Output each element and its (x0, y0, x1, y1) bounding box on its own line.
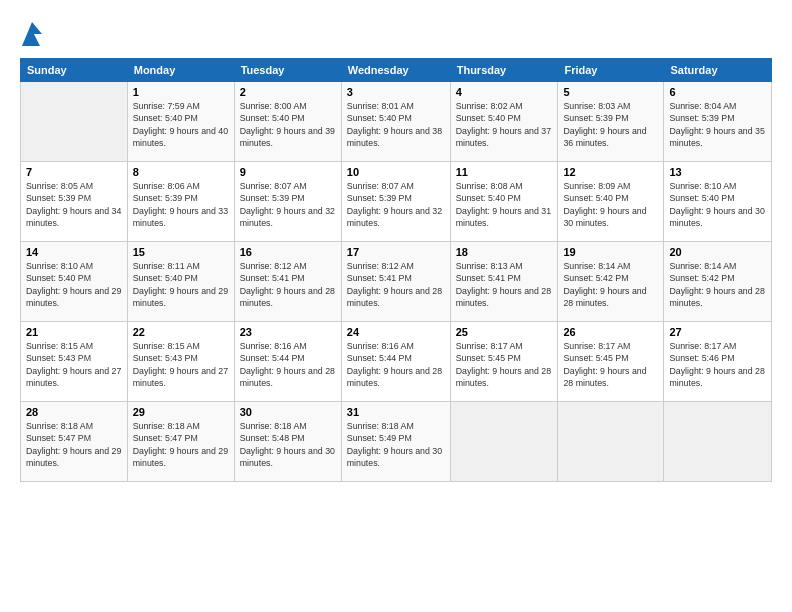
day-number: 27 (669, 326, 766, 338)
day-info: Sunrise: 8:18 AMSunset: 5:49 PMDaylight:… (347, 420, 445, 469)
day-number: 9 (240, 166, 336, 178)
day-cell: 6Sunrise: 8:04 AMSunset: 5:39 PMDaylight… (664, 82, 772, 162)
day-info: Sunrise: 8:17 AMSunset: 5:45 PMDaylight:… (456, 340, 553, 389)
day-number: 10 (347, 166, 445, 178)
day-info: Sunrise: 8:04 AMSunset: 5:39 PMDaylight:… (669, 100, 766, 149)
day-info: Sunrise: 8:17 AMSunset: 5:45 PMDaylight:… (563, 340, 658, 389)
day-cell: 24Sunrise: 8:16 AMSunset: 5:44 PMDayligh… (341, 322, 450, 402)
day-cell: 14Sunrise: 8:10 AMSunset: 5:40 PMDayligh… (21, 242, 128, 322)
logo (20, 18, 48, 48)
day-info: Sunrise: 8:14 AMSunset: 5:42 PMDaylight:… (563, 260, 658, 309)
day-info: Sunrise: 8:06 AMSunset: 5:39 PMDaylight:… (133, 180, 229, 229)
day-number: 12 (563, 166, 658, 178)
day-number: 5 (563, 86, 658, 98)
day-info: Sunrise: 8:10 AMSunset: 5:40 PMDaylight:… (669, 180, 766, 229)
day-cell: 15Sunrise: 8:11 AMSunset: 5:40 PMDayligh… (127, 242, 234, 322)
day-number: 23 (240, 326, 336, 338)
day-number: 31 (347, 406, 445, 418)
day-cell: 21Sunrise: 8:15 AMSunset: 5:43 PMDayligh… (21, 322, 128, 402)
day-cell: 3Sunrise: 8:01 AMSunset: 5:40 PMDaylight… (341, 82, 450, 162)
day-number: 24 (347, 326, 445, 338)
day-info: Sunrise: 8:11 AMSunset: 5:40 PMDaylight:… (133, 260, 229, 309)
day-cell: 27Sunrise: 8:17 AMSunset: 5:46 PMDayligh… (664, 322, 772, 402)
day-cell: 8Sunrise: 8:06 AMSunset: 5:39 PMDaylight… (127, 162, 234, 242)
day-cell: 9Sunrise: 8:07 AMSunset: 5:39 PMDaylight… (234, 162, 341, 242)
calendar: SundayMondayTuesdayWednesdayThursdayFrid… (20, 58, 772, 482)
day-number: 15 (133, 246, 229, 258)
day-info: Sunrise: 8:16 AMSunset: 5:44 PMDaylight:… (347, 340, 445, 389)
day-number: 28 (26, 406, 122, 418)
day-number: 11 (456, 166, 553, 178)
day-cell: 2Sunrise: 8:00 AMSunset: 5:40 PMDaylight… (234, 82, 341, 162)
col-header-friday: Friday (558, 59, 664, 82)
day-info: Sunrise: 8:00 AMSunset: 5:40 PMDaylight:… (240, 100, 336, 149)
day-info: Sunrise: 8:14 AMSunset: 5:42 PMDaylight:… (669, 260, 766, 309)
day-cell (450, 402, 558, 482)
day-info: Sunrise: 8:07 AMSunset: 5:39 PMDaylight:… (240, 180, 336, 229)
day-cell: 13Sunrise: 8:10 AMSunset: 5:40 PMDayligh… (664, 162, 772, 242)
day-info: Sunrise: 8:05 AMSunset: 5:39 PMDaylight:… (26, 180, 122, 229)
day-info: Sunrise: 8:15 AMSunset: 5:43 PMDaylight:… (26, 340, 122, 389)
day-number: 13 (669, 166, 766, 178)
day-number: 18 (456, 246, 553, 258)
day-info: Sunrise: 8:12 AMSunset: 5:41 PMDaylight:… (347, 260, 445, 309)
day-cell: 29Sunrise: 8:18 AMSunset: 5:47 PMDayligh… (127, 402, 234, 482)
day-number: 1 (133, 86, 229, 98)
col-header-monday: Monday (127, 59, 234, 82)
day-info: Sunrise: 8:10 AMSunset: 5:40 PMDaylight:… (26, 260, 122, 309)
day-cell: 31Sunrise: 8:18 AMSunset: 5:49 PMDayligh… (341, 402, 450, 482)
day-cell: 23Sunrise: 8:16 AMSunset: 5:44 PMDayligh… (234, 322, 341, 402)
day-info: Sunrise: 8:18 AMSunset: 5:48 PMDaylight:… (240, 420, 336, 469)
day-info: Sunrise: 8:15 AMSunset: 5:43 PMDaylight:… (133, 340, 229, 389)
day-number: 29 (133, 406, 229, 418)
svg-marker-0 (22, 22, 42, 46)
day-number: 17 (347, 246, 445, 258)
week-row-0: 1Sunrise: 7:59 AMSunset: 5:40 PMDaylight… (21, 82, 772, 162)
day-number: 21 (26, 326, 122, 338)
col-header-wednesday: Wednesday (341, 59, 450, 82)
day-cell (21, 82, 128, 162)
day-cell: 26Sunrise: 8:17 AMSunset: 5:45 PMDayligh… (558, 322, 664, 402)
day-number: 2 (240, 86, 336, 98)
day-info: Sunrise: 8:03 AMSunset: 5:39 PMDaylight:… (563, 100, 658, 149)
day-cell: 22Sunrise: 8:15 AMSunset: 5:43 PMDayligh… (127, 322, 234, 402)
day-cell: 5Sunrise: 8:03 AMSunset: 5:39 PMDaylight… (558, 82, 664, 162)
day-info: Sunrise: 8:08 AMSunset: 5:40 PMDaylight:… (456, 180, 553, 229)
day-cell: 30Sunrise: 8:18 AMSunset: 5:48 PMDayligh… (234, 402, 341, 482)
col-header-thursday: Thursday (450, 59, 558, 82)
header (20, 18, 772, 48)
day-info: Sunrise: 7:59 AMSunset: 5:40 PMDaylight:… (133, 100, 229, 149)
day-info: Sunrise: 8:09 AMSunset: 5:40 PMDaylight:… (563, 180, 658, 229)
day-cell: 17Sunrise: 8:12 AMSunset: 5:41 PMDayligh… (341, 242, 450, 322)
page: SundayMondayTuesdayWednesdayThursdayFrid… (0, 0, 792, 612)
day-info: Sunrise: 8:13 AMSunset: 5:41 PMDaylight:… (456, 260, 553, 309)
day-cell: 11Sunrise: 8:08 AMSunset: 5:40 PMDayligh… (450, 162, 558, 242)
day-number: 3 (347, 86, 445, 98)
day-number: 16 (240, 246, 336, 258)
day-number: 22 (133, 326, 229, 338)
day-info: Sunrise: 8:18 AMSunset: 5:47 PMDaylight:… (133, 420, 229, 469)
week-row-3: 21Sunrise: 8:15 AMSunset: 5:43 PMDayligh… (21, 322, 772, 402)
col-header-tuesday: Tuesday (234, 59, 341, 82)
header-row: SundayMondayTuesdayWednesdayThursdayFrid… (21, 59, 772, 82)
day-cell: 25Sunrise: 8:17 AMSunset: 5:45 PMDayligh… (450, 322, 558, 402)
day-info: Sunrise: 8:18 AMSunset: 5:47 PMDaylight:… (26, 420, 122, 469)
week-row-4: 28Sunrise: 8:18 AMSunset: 5:47 PMDayligh… (21, 402, 772, 482)
day-number: 6 (669, 86, 766, 98)
day-cell: 16Sunrise: 8:12 AMSunset: 5:41 PMDayligh… (234, 242, 341, 322)
day-info: Sunrise: 8:07 AMSunset: 5:39 PMDaylight:… (347, 180, 445, 229)
day-cell (558, 402, 664, 482)
day-number: 30 (240, 406, 336, 418)
day-info: Sunrise: 8:16 AMSunset: 5:44 PMDaylight:… (240, 340, 336, 389)
day-cell: 18Sunrise: 8:13 AMSunset: 5:41 PMDayligh… (450, 242, 558, 322)
day-number: 4 (456, 86, 553, 98)
day-number: 8 (133, 166, 229, 178)
day-cell: 19Sunrise: 8:14 AMSunset: 5:42 PMDayligh… (558, 242, 664, 322)
col-header-sunday: Sunday (21, 59, 128, 82)
day-info: Sunrise: 8:02 AMSunset: 5:40 PMDaylight:… (456, 100, 553, 149)
day-info: Sunrise: 8:17 AMSunset: 5:46 PMDaylight:… (669, 340, 766, 389)
day-cell: 28Sunrise: 8:18 AMSunset: 5:47 PMDayligh… (21, 402, 128, 482)
logo-icon (20, 18, 44, 48)
col-header-saturday: Saturday (664, 59, 772, 82)
day-cell: 7Sunrise: 8:05 AMSunset: 5:39 PMDaylight… (21, 162, 128, 242)
